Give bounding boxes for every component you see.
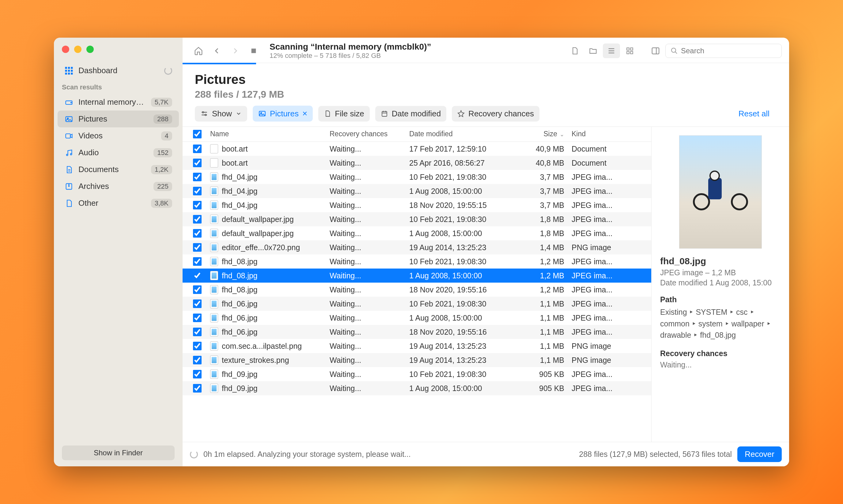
row-checkbox[interactable] — [193, 328, 201, 336]
sidebar-item-drive[interactable]: Internal memory (...5,7K — [57, 94, 179, 110]
column-date[interactable]: Date modified — [406, 130, 516, 139]
column-name[interactable]: Name — [207, 130, 326, 139]
toggle-sidebar-button[interactable] — [647, 43, 664, 58]
table-row[interactable]: fhd_06.jpgWaiting...10 Feb 2021, 19:08:3… — [182, 297, 651, 311]
stop-button[interactable] — [245, 43, 262, 58]
table-row[interactable]: default_wallpaper.jpgWaiting...1 Aug 200… — [182, 226, 651, 240]
table-row[interactable]: fhd_08.jpgWaiting...18 Nov 2020, 19:55:1… — [182, 283, 651, 297]
row-checkbox[interactable] — [193, 145, 201, 153]
search-input[interactable] — [681, 47, 776, 55]
row-checkbox[interactable] — [193, 384, 201, 393]
pictures-filter-chip[interactable]: Pictures × — [253, 106, 313, 122]
content-row: Name Recovery chances Date modified Size… — [182, 126, 789, 442]
table-row[interactable]: texture_strokes.pngWaiting...19 Aug 2014… — [182, 353, 651, 367]
row-checkbox[interactable] — [193, 159, 201, 167]
column-recovery[interactable]: Recovery chances — [326, 130, 406, 139]
grid-icon — [64, 66, 73, 75]
file-size: 40,9 MB — [516, 145, 568, 154]
row-checkbox[interactable] — [193, 271, 201, 280]
date-modified-filter-button[interactable]: Date modified — [375, 106, 446, 122]
table-row[interactable]: fhd_04.jpgWaiting...1 Aug 2008, 15:00:00… — [182, 184, 651, 198]
sidebar-item-label: Videos — [78, 131, 156, 141]
view-list-button[interactable] — [603, 43, 620, 58]
row-checkbox[interactable] — [193, 313, 201, 322]
sidebar-item-video[interactable]: Videos4 — [57, 127, 179, 144]
remove-filter-icon[interactable]: × — [302, 109, 307, 119]
table-row[interactable]: editor_effe...0x720.pngWaiting...19 Aug … — [182, 240, 651, 254]
svg-point-14 — [67, 154, 68, 156]
app-window: Dashboard Scan results Internal memory (… — [54, 38, 789, 466]
detail-kind-size: JPEG image – 1,2 MB — [660, 268, 780, 277]
row-checkbox[interactable] — [193, 173, 201, 181]
view-folder-button[interactable] — [584, 43, 602, 58]
svg-rect-13 — [66, 134, 70, 138]
file-size: 905 KB — [516, 370, 568, 379]
svg-rect-22 — [652, 48, 659, 54]
status-elapsed: 0h 1m elapsed. Analyzing your storage sy… — [204, 450, 411, 459]
sidebar-item-label: Documents — [78, 165, 146, 174]
sidebar-item-other[interactable]: Other3,8K — [57, 195, 179, 212]
table-row[interactable]: fhd_08.jpgWaiting...10 Feb 2021, 19:08:3… — [182, 254, 651, 269]
file-icon — [210, 186, 218, 196]
table-row[interactable]: boot.artWaiting...17 Feb 2017, 12:59:104… — [182, 142, 651, 156]
file-kind: PNG image — [568, 243, 617, 252]
file-size-filter-button[interactable]: File size — [318, 106, 369, 122]
table-row[interactable]: fhd_08.jpgWaiting...1 Aug 2008, 15:00:00… — [182, 269, 651, 283]
back-button[interactable] — [208, 43, 226, 58]
sidebar-item-archive[interactable]: Archives225 — [57, 178, 179, 195]
show-in-finder-button[interactable]: Show in Finder — [62, 446, 175, 460]
file-icon — [210, 356, 218, 365]
svg-rect-28 — [382, 111, 387, 116]
view-document-button[interactable] — [566, 43, 583, 58]
star-icon — [457, 110, 465, 117]
row-checkbox[interactable] — [193, 187, 201, 195]
file-kind: JPEG ima... — [568, 173, 617, 182]
row-checkbox[interactable] — [193, 229, 201, 238]
svg-rect-19 — [630, 48, 633, 50]
table-row[interactable]: fhd_06.jpgWaiting...18 Nov 2020, 19:55:1… — [182, 325, 651, 339]
table-row[interactable]: fhd_09.jpgWaiting...1 Aug 2008, 15:00:00… — [182, 381, 651, 395]
file-date: 19 Aug 2014, 13:25:23 — [406, 243, 516, 252]
sidebar-item-audio[interactable]: Audio152 — [57, 144, 179, 161]
archive-icon — [64, 182, 73, 191]
fullscreen-window-button[interactable] — [86, 46, 94, 53]
sidebar-heading-scan-results: Scan results — [54, 79, 182, 94]
recover-button[interactable]: Recover — [737, 447, 782, 462]
row-checkbox[interactable] — [193, 201, 201, 210]
view-grid-button[interactable] — [621, 43, 638, 58]
forward-button[interactable] — [227, 43, 244, 58]
file-size-filter-label: File size — [335, 109, 364, 119]
table-row[interactable]: fhd_04.jpgWaiting...10 Feb 2021, 19:08:3… — [182, 170, 651, 184]
table-row[interactable]: boot.artWaiting...25 Apr 2016, 08:56:274… — [182, 156, 651, 170]
recovery-chances-filter-button[interactable]: Recovery chances — [452, 106, 540, 122]
minimize-window-button[interactable] — [74, 46, 82, 53]
sidebar-item-document[interactable]: Documents1,2K — [57, 161, 179, 178]
reset-all-button[interactable]: Reset all — [739, 109, 777, 119]
row-checkbox[interactable] — [193, 257, 201, 266]
row-checkbox[interactable] — [193, 370, 201, 378]
sidebar-item-picture[interactable]: Pictures288 — [57, 110, 179, 127]
file-size: 1,1 MB — [516, 300, 568, 308]
sidebar-item-dashboard[interactable]: Dashboard — [57, 62, 179, 79]
table-row[interactable]: fhd_09.jpgWaiting...10 Feb 2021, 19:08:3… — [182, 367, 651, 381]
sidebar-item-badge: 1,2K — [151, 165, 172, 174]
row-checkbox[interactable] — [193, 215, 201, 223]
row-checkbox[interactable] — [193, 243, 201, 252]
search-field[interactable] — [665, 44, 782, 58]
row-checkbox[interactable] — [193, 285, 201, 294]
select-all-checkbox[interactable] — [193, 130, 201, 139]
home-button[interactable] — [190, 43, 207, 58]
row-checkbox[interactable] — [193, 342, 201, 350]
table-row[interactable]: fhd_04.jpgWaiting...18 Nov 2020, 19:55:1… — [182, 198, 651, 212]
row-checkbox[interactable] — [193, 356, 201, 364]
table-row[interactable]: fhd_06.jpgWaiting...1 Aug 2008, 15:00:00… — [182, 311, 651, 325]
column-size[interactable]: Size⌄ — [516, 130, 568, 139]
column-kind[interactable]: Kind — [568, 130, 617, 139]
row-checkbox[interactable] — [193, 300, 201, 308]
show-filter-button[interactable]: Show — [195, 106, 247, 122]
close-window-button[interactable] — [62, 46, 69, 53]
svg-rect-1 — [68, 67, 70, 69]
sort-descending-icon: ⌄ — [560, 131, 564, 138]
table-row[interactable]: com.sec.a...ilpastel.pngWaiting...19 Aug… — [182, 339, 651, 353]
table-row[interactable]: default_wallpaper.jpgWaiting...10 Feb 20… — [182, 212, 651, 226]
